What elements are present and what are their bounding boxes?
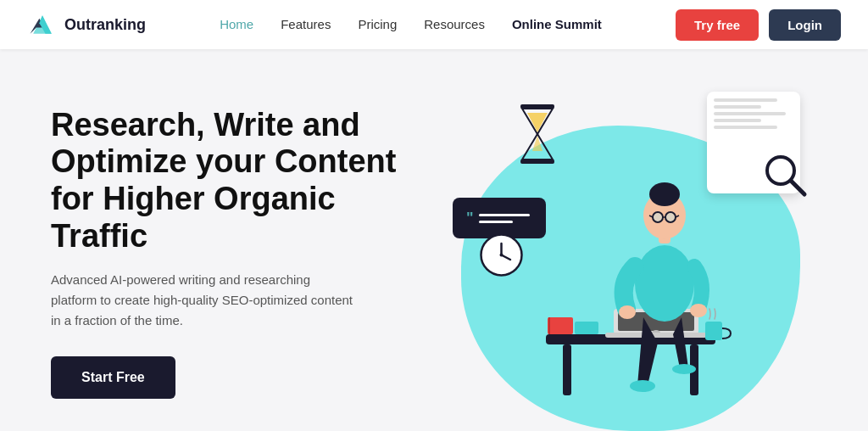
nav-item-features[interactable]: Features (281, 17, 331, 32)
hero-title: Research, Write and Optimize your Conten… (51, 107, 410, 255)
svg-point-22 (635, 245, 694, 322)
svg-rect-20 (605, 333, 707, 338)
hero-section: Research, Write and Optimize your Conten… (0, 49, 868, 431)
nav-link-home[interactable]: Home (220, 17, 253, 31)
svg-point-28 (665, 212, 676, 222)
svg-point-32 (619, 305, 636, 319)
logo[interactable]: Outranking (27, 9, 146, 40)
nav-item-summit[interactable]: Online Summit (512, 17, 602, 32)
logo-icon (27, 9, 58, 40)
svg-point-35 (672, 364, 696, 374)
clock-icon (478, 232, 525, 278)
hero-content: Research, Write and Optimize your Conten… (51, 107, 410, 400)
quote-line-2 (479, 221, 513, 223)
magnifier-icon (762, 152, 809, 202)
nav-link-resources[interactable]: Resources (424, 17, 485, 31)
nav-item-home[interactable]: Home (220, 17, 253, 32)
board-line-2 (714, 105, 761, 109)
svg-line-10 (791, 181, 804, 194)
nav-link-pricing[interactable]: Pricing (358, 17, 397, 31)
quote-line-1 (479, 214, 530, 216)
hero-subtitle: Advanced AI-powered writing and research… (51, 270, 356, 331)
svg-rect-15 (548, 317, 550, 334)
svg-rect-16 (575, 322, 598, 334)
svg-point-25 (649, 182, 680, 206)
magnifier-board (707, 92, 800, 193)
board-line-3 (714, 112, 786, 115)
nav-actions: Try free Login (676, 9, 841, 41)
nav-link-features[interactable]: Features (281, 17, 331, 31)
try-free-button[interactable]: Try free (676, 9, 759, 41)
nav-item-resources[interactable]: Resources (424, 17, 485, 32)
brand-name: Outranking (64, 16, 146, 34)
nav-link-summit[interactable]: Online Summit (512, 17, 602, 31)
svg-rect-12 (563, 344, 571, 395)
svg-point-34 (630, 380, 655, 392)
nav-links: Home Features Pricing Resources Online S… (220, 17, 602, 32)
start-free-button[interactable]: Start Free (51, 356, 175, 399)
svg-rect-14 (548, 317, 573, 334)
svg-point-27 (653, 212, 663, 222)
svg-rect-21 (705, 322, 722, 340)
board-line-1 (714, 98, 777, 102)
svg-point-8 (500, 254, 504, 257)
navbar: Outranking Home Features Pricing Resourc… (0, 0, 868, 49)
board-line-4 (714, 119, 761, 122)
nav-item-pricing[interactable]: Pricing (358, 17, 397, 32)
hero-illustration: " (410, 75, 817, 431)
login-button[interactable]: Login (769, 9, 841, 41)
svg-point-33 (690, 304, 707, 317)
board-line-5 (714, 126, 777, 129)
hourglass-icon (512, 100, 563, 168)
